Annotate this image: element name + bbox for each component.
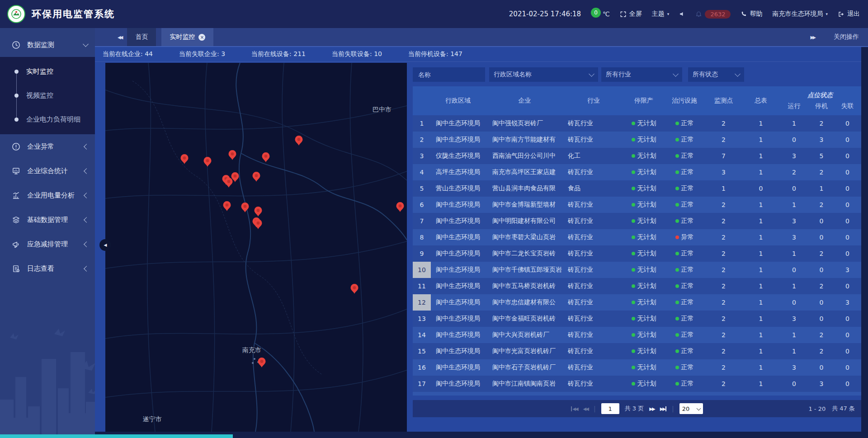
cell-running: 0 [779, 294, 809, 311]
status-dot-green [675, 317, 679, 320]
cell-region: 阆中生态环境局 [431, 132, 485, 148]
table-row[interactable]: 16阆中生态环境局阆中市石子页岩机砖厂砖瓦行业无计划正常21300 [413, 359, 861, 376]
cell-offline: 0 [834, 327, 861, 343]
cell-limit: 无计划 [623, 132, 665, 148]
cell-facility: 正常 [665, 343, 704, 359]
sidebar-item-label: 基础数据管理 [27, 216, 85, 224]
map-collapse-button[interactable]: ◀ [99, 239, 111, 251]
map-pin[interactable] [181, 154, 189, 164]
cell-running: 0 [779, 180, 809, 197]
table-row[interactable]: 4高坪生态环境局南充市高坪区王家店建砖瓦行业无计划正常31220 [413, 164, 861, 180]
tabs-scroll-left-icon[interactable]: ◀◀ [118, 35, 122, 40]
cell-limit: 无计划 [623, 229, 665, 245]
tab-realtime-monitor[interactable]: 实时监控 × [161, 28, 213, 46]
cell-industry: 砖瓦行业 [564, 132, 623, 148]
cell-company: 阆中市五马桥页岩机砖 [485, 278, 564, 294]
next-page-button[interactable]: ▶▶ [649, 406, 654, 411]
cell-facility-label: 正常 [681, 315, 694, 323]
sidebar-subitem[interactable]: 企业电力负荷明细 [0, 108, 95, 132]
table-row[interactable]: 15阆中生态环境局阆中市光富页岩机砖厂砖瓦行业无计划正常21120 [413, 343, 861, 359]
cell-limit-label: 无计划 [637, 347, 656, 355]
map-pin[interactable] [253, 172, 260, 182]
first-page-button[interactable]: ◀◀ [571, 406, 577, 411]
sidebar-item-6[interactable]: 日志查看 [0, 256, 95, 281]
content-surface: 当前在线企业: 44当前失联企业: 3当前在线设备: 211当前失联设备: 10… [95, 47, 861, 432]
tab-home[interactable]: 首页 [127, 28, 156, 46]
table-row[interactable]: 6阆中生态环境局阆中市金博瑞新型墙材砖瓦行业无计划正常21120 [413, 197, 861, 213]
table-row[interactable]: 9阆中生态环境局阆中市二龙长宝页岩砖砖瓦行业无计划正常21120 [413, 245, 861, 262]
table-row[interactable]: 12阆中生态环境局阆中市忠信建材有限公砖瓦行业无计划正常21003 [413, 294, 861, 311]
sidebar-item-0[interactable]: 数据监测 [0, 33, 95, 57]
org-dropdown[interactable]: 南充市生态环境局▾ [772, 10, 828, 18]
cell-facility: 正常 [665, 262, 704, 278]
table-row[interactable]: 3仪陇生态环境局西南油气田分公司川中化工无计划正常71350 [413, 148, 861, 164]
map-panel[interactable]: 巴中市南充市遂宁市 [105, 63, 407, 432]
map-pin[interactable] [241, 203, 249, 212]
industry-filter-select[interactable]: 所有行业 [601, 67, 682, 82]
range-label: 1 - 20 [808, 405, 826, 412]
sidebar-item-1[interactable]: 企业异常 [0, 134, 95, 159]
cell-limit-label: 无计划 [637, 266, 656, 274]
region-filter-select[interactable]: 行政区域名称 [489, 67, 598, 82]
cell-limit-label: 无计划 [637, 152, 656, 160]
map-pin[interactable] [255, 219, 262, 229]
sidebar-subitem[interactable]: 实时监控 [0, 60, 95, 84]
page-number-input[interactable] [601, 403, 619, 414]
cell-limit: 无计划 [623, 392, 665, 396]
last-page-button[interactable]: ▶▶ [660, 406, 666, 411]
cell-stopped: 2 [809, 197, 834, 213]
cell-running: 1 [779, 343, 809, 359]
table-row[interactable]: 1阆中生态环境局阆中强锐页岩砖厂砖瓦行业无计划正常21120 [413, 115, 861, 132]
table-row[interactable]: 5营山生态环境局营山县润丰肉食品有限食品无计划正常10010 [413, 180, 861, 197]
table-row[interactable]: 17阆中生态环境局阆中市江南镇阆南页岩砖瓦行业无计划正常21030 [413, 376, 861, 392]
cell-stopped: 2 [809, 327, 834, 343]
table-row[interactable]: 11阆中生态环境局阆中市五马桥页岩机砖砖瓦行业无计划正常21120 [413, 278, 861, 294]
status-dot-green [675, 203, 679, 207]
notification-widget[interactable]: 2632 [695, 10, 731, 19]
table-row[interactable]: 14阆中生态环境局阆中大兴页岩机砖厂砖瓦行业无计划正常21120 [413, 327, 861, 343]
table-row[interactable]: 18南部生态环境局南部县建兴水泥有限公建材行业无计划正常21030 [413, 392, 861, 396]
tab-close-icon[interactable]: × [198, 34, 205, 41]
fullscreen-button[interactable]: 全屏 [620, 10, 642, 18]
tabs-scroll-right-icon[interactable]: ▶▶ [811, 35, 815, 40]
table-row[interactable]: 13阆中生态环境局阆中市金福旺页岩机砖砖瓦行业无计划正常21300 [413, 311, 861, 327]
map-pin[interactable] [229, 150, 236, 160]
sidebar-item-3[interactable]: 企业用电量分析 [0, 183, 95, 207]
mute-button[interactable] [679, 11, 685, 17]
logout-button[interactable]: 退出 [838, 10, 860, 18]
map-pin[interactable] [262, 152, 270, 162]
sidebar-item-4[interactable]: 基础数据管理 [0, 207, 95, 232]
status-filter-select[interactable]: 所有状态 [688, 67, 744, 82]
cell-index: 7 [413, 213, 431, 229]
sidebar-subitem[interactable]: 视频监控 [0, 84, 95, 108]
cell-region: 阆中生态环境局 [431, 311, 485, 327]
map-pin[interactable] [204, 157, 212, 167]
map-pin[interactable] [396, 202, 404, 212]
cell-stopped: 3 [809, 132, 834, 148]
map-pin[interactable] [255, 207, 262, 217]
cell-facility: 正常 [665, 213, 704, 229]
table-row[interactable]: 10阆中生态环境局阆中市千佛镇五郎垭页岩砖瓦行业无计划正常21003 [413, 262, 861, 278]
help-button[interactable]: 帮助 [741, 10, 762, 18]
name-filter-input[interactable] [417, 71, 481, 79]
page-size-select[interactable]: 20 [679, 403, 703, 414]
theme-dropdown[interactable]: 主题▾ [652, 10, 670, 18]
map-pin[interactable] [258, 358, 266, 367]
map-pin[interactable] [225, 178, 233, 188]
map-canvas[interactable]: 巴中市南充市遂宁市 [105, 63, 407, 432]
table-row[interactable]: 2阆中生态环境局阆中市南方节能建材有砖瓦行业无计划正常21030 [413, 132, 861, 148]
prev-page-button[interactable]: ◀◀ [583, 406, 588, 411]
cell-running: 0 [779, 262, 809, 278]
map-pin[interactable] [223, 201, 231, 211]
map-pin[interactable] [295, 136, 303, 146]
col-running: 运行 [779, 102, 809, 110]
cell-company: 阆中大兴页岩机砖厂 [485, 327, 564, 343]
name-filter[interactable] [413, 67, 485, 82]
sidebar-item-2[interactable]: 企业综合统计 [0, 159, 95, 183]
status-dot-green [675, 170, 679, 174]
sidebar-item-5[interactable]: 应急减排管理 [0, 232, 95, 256]
map-pin[interactable] [351, 284, 359, 294]
table-row[interactable]: 7阆中生态环境局阆中明阳建材有限公司砖瓦行业无计划正常21300 [413, 213, 861, 229]
table-row[interactable]: 8阆中生态环境局阆中市枣碧大梁山页岩砖瓦行业无计划异常21300 [413, 229, 861, 245]
close-operations-button[interactable]: 关闭操作 [834, 33, 859, 41]
